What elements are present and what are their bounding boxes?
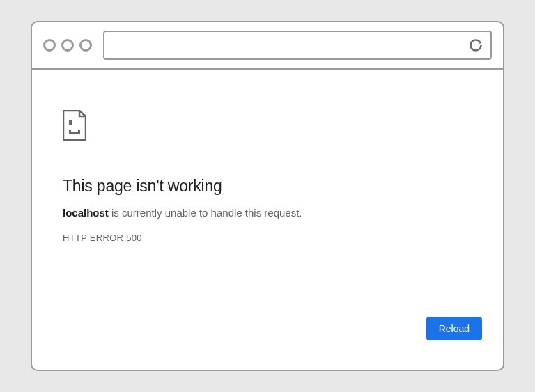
svg-rect-3 bbox=[78, 130, 80, 132]
reload-icon[interactable] bbox=[468, 38, 483, 53]
sad-file-icon bbox=[63, 110, 86, 141]
error-code: HTTP ERROR 500 bbox=[63, 233, 472, 243]
error-description-suffix: is currently unable to handle this reque… bbox=[109, 207, 302, 219]
browser-toolbar bbox=[32, 22, 503, 70]
error-host: localhost bbox=[63, 207, 109, 219]
browser-window: This page isn't working localhost is cur… bbox=[31, 21, 504, 371]
maximize-window-button[interactable] bbox=[79, 39, 92, 52]
svg-rect-1 bbox=[69, 132, 80, 134]
address-bar[interactable] bbox=[103, 31, 492, 60]
error-page-content: This page isn't working localhost is cur… bbox=[32, 70, 503, 370]
svg-rect-2 bbox=[69, 130, 71, 132]
error-description: localhost is currently unable to handle … bbox=[63, 207, 472, 219]
minimize-window-button[interactable] bbox=[61, 39, 74, 52]
reload-button[interactable]: Reload bbox=[426, 317, 482, 340]
close-window-button[interactable] bbox=[43, 39, 56, 52]
window-controls bbox=[43, 39, 92, 52]
svg-rect-0 bbox=[69, 120, 72, 125]
error-title: This page isn't working bbox=[63, 177, 472, 196]
